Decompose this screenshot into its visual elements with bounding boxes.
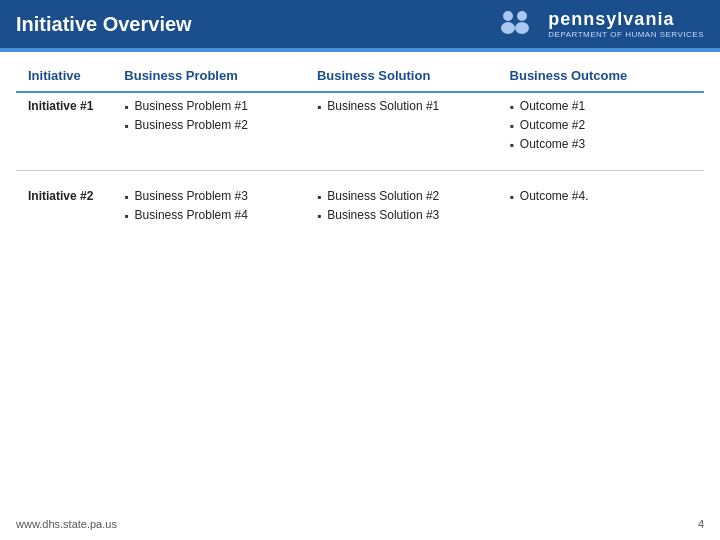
pa-logo-icon bbox=[494, 6, 538, 42]
footer-url: www.dhs.state.pa.us bbox=[16, 518, 117, 530]
accent-divider bbox=[0, 48, 720, 52]
list-item: Business Solution #3 bbox=[317, 208, 486, 223]
svg-point-3 bbox=[515, 22, 529, 34]
logo-text: pennsylvania DEPARTMENT OF HUMAN SERVICE… bbox=[548, 9, 704, 39]
page-title: Initiative Overview bbox=[16, 13, 192, 36]
page-footer: www.dhs.state.pa.us 4 bbox=[0, 518, 720, 530]
svg-point-1 bbox=[501, 22, 515, 34]
list-item: Business Problem #2 bbox=[124, 118, 293, 133]
list-item: Business Solution #1 bbox=[317, 99, 486, 114]
list-item: Business Problem #3 bbox=[124, 189, 293, 204]
col-header-problem: Business Problem bbox=[112, 60, 305, 92]
table-row: Initiative #1Business Problem #1Business… bbox=[16, 92, 704, 171]
col-header-initiative: Initiative bbox=[16, 60, 112, 92]
table-header-row: Initiative Business Problem Business Sol… bbox=[16, 60, 704, 92]
initiative-cell: Initiative #2 bbox=[16, 183, 112, 233]
list-item: Business Problem #4 bbox=[124, 208, 293, 223]
outcomes-cell: Outcome #4. bbox=[498, 183, 704, 233]
logo-dhs-text: DEPARTMENT OF HUMAN SERVICES bbox=[548, 30, 704, 39]
table-row: Initiative #2Business Problem #3Business… bbox=[16, 183, 704, 233]
logo-pa-text: pennsylvania bbox=[548, 9, 674, 30]
svg-point-0 bbox=[503, 11, 513, 21]
logo-area: pennsylvania DEPARTMENT OF HUMAN SERVICE… bbox=[494, 6, 704, 42]
initiative-cell: Initiative #1 bbox=[16, 92, 112, 171]
problems-cell: Business Problem #1Business Problem #2 bbox=[112, 92, 305, 171]
col-header-solution: Business Solution bbox=[305, 60, 498, 92]
outcomes-cell: Outcome #1Outcome #2Outcome #3 bbox=[498, 92, 704, 171]
col-header-outcome: Business Outcome bbox=[498, 60, 704, 92]
problems-cell: Business Problem #3Business Problem #4 bbox=[112, 183, 305, 233]
list-item: Outcome #3 bbox=[510, 137, 692, 152]
solutions-cell: Business Solution #2Business Solution #3 bbox=[305, 183, 498, 233]
svg-point-2 bbox=[517, 11, 527, 21]
main-table-container: Initiative Business Problem Business Sol… bbox=[0, 60, 720, 233]
list-item: Business Solution #2 bbox=[317, 189, 486, 204]
footer-page: 4 bbox=[698, 518, 704, 530]
initiative-table: Initiative Business Problem Business Sol… bbox=[16, 60, 704, 233]
initiative-label: Initiative #2 bbox=[28, 183, 93, 203]
row-spacer bbox=[16, 171, 704, 184]
solutions-cell: Business Solution #1 bbox=[305, 92, 498, 171]
list-item: Outcome #2 bbox=[510, 118, 692, 133]
list-item: Outcome #4. bbox=[510, 189, 692, 204]
list-item: Business Problem #1 bbox=[124, 99, 293, 114]
page-header: Initiative Overview pennsylvania DEPARTM… bbox=[0, 0, 720, 48]
list-item: Outcome #1 bbox=[510, 99, 692, 114]
initiative-label: Initiative #1 bbox=[28, 93, 93, 113]
